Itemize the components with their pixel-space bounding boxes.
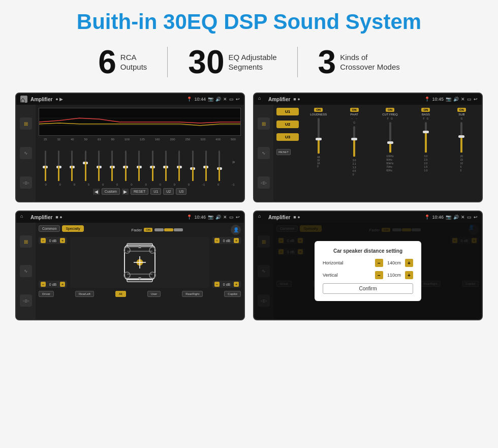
cutfreq-label: CUT FREQ (382, 113, 398, 116)
vertical-minus-btn[interactable]: − (375, 271, 383, 279)
vol-right-bottom-plus[interactable]: + (234, 282, 239, 287)
sidebar-btn-3c[interactable]: ◁▷ (20, 294, 32, 307)
horizontal-minus-btn[interactable]: − (375, 259, 383, 267)
eq-slider-7[interactable] (138, 143, 140, 181)
sidebar-btn-2a[interactable]: ⊞ (258, 117, 270, 130)
eq-slider-12[interactable] (205, 143, 207, 181)
vol-left-bottom: − 0 dB + (39, 281, 67, 288)
status-dots-1: ● ▶ (55, 97, 63, 102)
horizontal-row: Horizontal − 140cm + (323, 259, 413, 267)
eq-slider-10[interactable] (178, 143, 180, 181)
app-label-1: Amplifier (30, 97, 52, 102)
on-bass[interactable]: ON (421, 108, 430, 112)
eq-slider-9[interactable] (165, 143, 167, 181)
tab-common[interactable]: Common (39, 225, 60, 232)
fader-top-row: Common Specialty Fader ON (39, 225, 241, 235)
back-icon-1: ↩ (236, 97, 240, 102)
vertical-plus-btn[interactable]: + (405, 271, 413, 279)
home-icon-3[interactable]: ⌂ (20, 214, 27, 221)
horizontal-plus-btn[interactable]: + (405, 259, 413, 267)
cutfreq-slider[interactable] (389, 122, 391, 153)
tab-specialty[interactable]: Specialty (62, 225, 83, 232)
time-1: 10:44 (194, 97, 206, 102)
stat-eq: 30 EQ AdjustableSegments (168, 46, 297, 78)
eq-slider-11[interactable] (192, 143, 194, 181)
eq-slider-3[interactable] (85, 143, 86, 181)
sidebar-btn-3b[interactable]: ∿ (20, 265, 32, 277)
reset-cross-btn[interactable]: RESET (276, 146, 299, 155)
app-label-2: Amplifier (268, 97, 290, 102)
u2-select-btn[interactable]: U2 (276, 121, 299, 128)
eq-slider-0[interactable] (45, 143, 46, 181)
sidebar-btn-2b[interactable]: ∿ (258, 147, 270, 159)
driver-btn[interactable]: Driver (39, 291, 54, 297)
battery-icon-1: ▭ (229, 97, 234, 102)
screen-sidebar-3: ⊞ ∿ ◁▷ (16, 223, 36, 319)
u-buttons-col: U1 U2 U3 RESET (276, 108, 299, 155)
on-cutfreq[interactable]: ON (386, 108, 394, 112)
volume-icon-3: 🔊 (215, 215, 221, 220)
sidebar-btn-3a[interactable]: ⊞ (20, 235, 32, 248)
u1-btn-1[interactable]: U1 (150, 188, 161, 195)
vol-left-bottom-minus[interactable]: − (41, 282, 46, 287)
volume-icon-1: 🔊 (215, 97, 221, 102)
expand-icon[interactable]: » (232, 159, 235, 165)
screen-sidebar-2: ⊞ ∿ ◁▷ (254, 105, 273, 201)
rearleft-btn[interactable]: RearLeft (75, 291, 94, 297)
u1-select-btn[interactable]: U1 (276, 108, 299, 115)
reset-btn-1[interactable]: RESET (131, 188, 148, 195)
rearright-btn[interactable]: RearRight (182, 291, 203, 297)
eq-slider-6[interactable] (125, 143, 127, 181)
u3-btn-1[interactable]: U3 (176, 188, 186, 195)
home-icon-2[interactable]: ⌂ (258, 96, 265, 103)
eq-labels: 25 32 40 50 63 80 100 125 160 200 250 32… (39, 138, 241, 141)
eq-slider-5[interactable] (111, 143, 113, 181)
sub-slider[interactable] (460, 122, 462, 153)
bass-slider[interactable] (425, 122, 427, 153)
u2-btn-1[interactable]: U2 (163, 188, 174, 195)
stat-label-rca: RCAOutputs (120, 52, 147, 72)
loudness-slider[interactable] (318, 118, 320, 154)
phat-ticks: 3.02.11.30.50 (353, 159, 356, 176)
screen-content-2: ⊞ ∿ ◁▷ U1 U2 U3 R (254, 105, 482, 201)
on-loudness[interactable]: ON (314, 108, 323, 112)
vol-right-top-plus[interactable]: + (234, 238, 239, 243)
eq-slider-1[interactable] (58, 143, 59, 181)
eq-slider-4[interactable] (98, 143, 100, 181)
phat-slider[interactable] (353, 126, 355, 157)
fader-on-toggle[interactable]: ON (144, 228, 152, 232)
prev-preset-btn[interactable]: ◀ (93, 189, 100, 195)
preset-label: Custom (102, 188, 120, 195)
speaker-layout: − 0 dB + − 0 dB + (39, 237, 241, 288)
vol-right-bottom-minus[interactable]: − (214, 282, 220, 287)
vol-left-top-plus[interactable]: + (60, 238, 65, 243)
stat-label-eq: EQ AdjustableSegments (229, 52, 277, 72)
on-phat[interactable]: ON (350, 108, 359, 112)
confirm-button[interactable]: Confirm (323, 283, 413, 294)
home-icon[interactable]: ⌂ (20, 96, 27, 103)
status-dots-4: ■ ● (293, 215, 300, 220)
home-icon-4[interactable]: ⌂ (258, 214, 265, 221)
all-btn[interactable]: All (115, 291, 126, 297)
eq-slider-13[interactable] (219, 143, 220, 181)
sidebar-btn-wave[interactable]: ∿ (20, 147, 32, 159)
eq-slider-8[interactable] (152, 143, 153, 181)
sidebar-btn-eq[interactable]: ⊞ (20, 117, 32, 130)
screen-content-1: ⊞ ∿ ◁▷ (16, 105, 244, 201)
dialog-title: Car speaker distance setting (323, 248, 413, 254)
copilot-btn[interactable]: Copilot (224, 291, 241, 297)
u3-select-btn[interactable]: U3 (276, 133, 299, 141)
x-icon-1: ✕ (223, 97, 227, 102)
sidebar-btn-vol[interactable]: ◁▷ (20, 176, 32, 189)
on-sub[interactable]: ON (457, 108, 466, 112)
vol-left-top-minus[interactable]: − (41, 238, 46, 243)
next-preset-btn[interactable]: ▶ (122, 189, 129, 195)
sidebar-btn-2c[interactable]: ◁▷ (258, 176, 270, 189)
user-btn[interactable]: User (147, 291, 161, 297)
vol-right-top-minus[interactable]: − (214, 238, 220, 243)
stat-rca: 6 RCAOutputs (78, 46, 167, 78)
vol-left-bottom-plus[interactable]: + (60, 282, 65, 287)
sub-label: SUB (458, 113, 464, 116)
eq-slider-2[interactable] (71, 143, 73, 181)
battery-icon-3: ▭ (229, 215, 234, 220)
